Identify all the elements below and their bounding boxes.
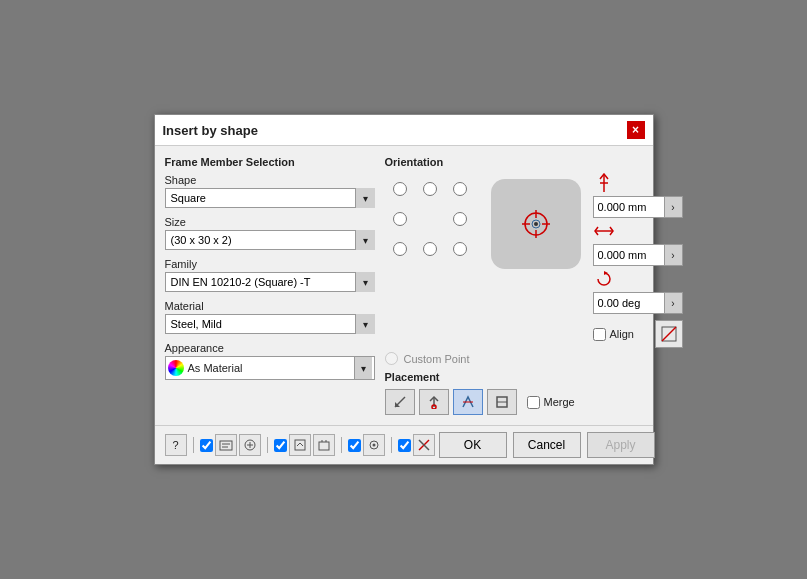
svg-rect-25 (319, 442, 329, 450)
svg-rect-18 (220, 441, 232, 450)
right-panel: Orientation (385, 156, 683, 415)
custom-point-row: Custom Point (385, 352, 683, 365)
material-label: Material (165, 300, 375, 312)
horizontal-arrow-icon (593, 222, 615, 240)
cancel-button[interactable]: Cancel (513, 432, 581, 458)
vertical-arrow-icon (593, 174, 615, 192)
footer-group-2 (274, 434, 335, 456)
frame-member-selection-label: Frame Member Selection (165, 156, 375, 168)
footer-icon-4a[interactable] (413, 434, 435, 456)
family-select[interactable]: DIN EN 10210-2 (Square) -T (165, 272, 375, 292)
placement-btn-1[interactable] (385, 389, 415, 415)
footer-divider-2 (267, 437, 268, 453)
dialog-titlebar: Insert by shape × (155, 115, 653, 146)
footer-icon-2b[interactable] (313, 434, 335, 456)
footer-group-1 (200, 434, 261, 456)
footer-group-3 (348, 434, 385, 456)
footer-divider-3 (341, 437, 342, 453)
footer-icon-3a[interactable] (363, 434, 385, 456)
placement-btn-3[interactable] (453, 389, 483, 415)
orient-tr[interactable] (453, 182, 467, 196)
orient-tc[interactable] (423, 182, 437, 196)
corner-button[interactable] (655, 320, 683, 348)
svg-point-5 (534, 222, 538, 226)
apply-button[interactable]: Apply (587, 432, 655, 458)
footer-check-2[interactable] (274, 439, 287, 452)
ok-button[interactable]: OK (439, 432, 507, 458)
horizontal-value-input[interactable] (594, 249, 664, 261)
merge-row: Merge (527, 396, 575, 409)
footer-actions: OK Cancel Apply (439, 432, 655, 458)
placement-btn-2[interactable] (419, 389, 449, 415)
close-button[interactable]: × (627, 121, 645, 139)
custom-point-label: Custom Point (404, 353, 470, 365)
left-panel: Frame Member Selection Shape Square Rect… (165, 156, 375, 415)
horizontal-value-btn[interactable]: › (664, 245, 682, 265)
appearance-label: Appearance (165, 342, 375, 354)
rotation-row (593, 270, 683, 288)
orient-br[interactable] (453, 242, 467, 256)
horizontal-value-wrapper: › (593, 244, 683, 266)
shape-label: Shape (165, 174, 375, 186)
rotation-value-input[interactable] (594, 297, 664, 309)
material-select[interactable]: Steel, Mild Aluminium (165, 314, 375, 334)
orientation-radio-grid (385, 174, 485, 264)
orient-bl[interactable] (393, 242, 407, 256)
footer-check-4[interactable] (398, 439, 411, 452)
appearance-swatch (168, 360, 184, 376)
svg-point-29 (372, 444, 375, 447)
orient-mr[interactable] (453, 212, 467, 226)
footer-divider-4 (391, 437, 392, 453)
dialog-footer: ? (155, 425, 653, 464)
family-select-wrapper: DIN EN 10210-2 (Square) -T ▾ (165, 272, 375, 292)
merge-checkbox[interactable] (527, 396, 540, 409)
footer-icon-1b[interactable] (239, 434, 261, 456)
shape-select-wrapper: Square Rectangle Circle ▾ (165, 188, 375, 208)
rotation-value-wrapper: › (593, 292, 683, 314)
vertical-offset-row (593, 174, 683, 192)
align-label: Align (610, 328, 634, 340)
align-checkbox[interactable] (593, 328, 606, 341)
footer-divider-1 (193, 437, 194, 453)
size-select-wrapper: (30 x 30 x 2) (40 x 40 x 2) ▾ (165, 230, 375, 250)
orient-bc[interactable] (423, 242, 437, 256)
footer-check-1[interactable] (200, 439, 213, 452)
align-row: Align (593, 320, 683, 348)
dialog-body: Frame Member Selection Shape Square Rect… (155, 146, 653, 425)
insert-by-shape-dialog: Insert by shape × Frame Member Selection… (154, 114, 654, 465)
dialog-title: Insert by shape (163, 123, 258, 138)
shape-preview (491, 179, 581, 269)
svg-line-11 (662, 327, 676, 341)
size-label: Size (165, 216, 375, 228)
footer-check-3[interactable] (348, 439, 361, 452)
placement-label: Placement (385, 371, 683, 383)
horizontal-offset-row (593, 222, 683, 240)
svg-rect-24 (295, 440, 305, 450)
vertical-value-btn[interactable]: › (664, 197, 682, 217)
shape-select[interactable]: Square Rectangle Circle (165, 188, 375, 208)
placement-section: Placement (385, 371, 683, 415)
merge-label: Merge (544, 396, 575, 408)
footer-icons: ? (165, 434, 435, 456)
placement-buttons: Merge (385, 389, 683, 415)
orient-ml[interactable] (393, 212, 407, 226)
family-label: Family (165, 258, 375, 270)
appearance-arrow: ▾ (354, 357, 372, 379)
footer-icon-2a[interactable] (289, 434, 311, 456)
crosshair-icon (516, 204, 556, 244)
help-icon[interactable]: ? (165, 434, 187, 456)
footer-icon-1a[interactable] (215, 434, 237, 456)
footer-group-4 (398, 434, 435, 456)
vertical-value-wrapper: › (593, 196, 683, 218)
rotation-icon (593, 270, 615, 288)
orientation-label: Orientation (385, 156, 683, 168)
rotation-value-btn[interactable]: › (664, 293, 682, 313)
appearance-wrapper[interactable]: As Material ▾ (165, 356, 375, 380)
size-select[interactable]: (30 x 30 x 2) (40 x 40 x 2) (165, 230, 375, 250)
placement-btn-4[interactable] (487, 389, 517, 415)
orient-tl[interactable] (393, 182, 407, 196)
material-select-wrapper: Steel, Mild Aluminium ▾ (165, 314, 375, 334)
vertical-value-input[interactable] (594, 201, 664, 213)
custom-point-radio[interactable] (385, 352, 398, 365)
appearance-text: As Material (188, 362, 350, 374)
